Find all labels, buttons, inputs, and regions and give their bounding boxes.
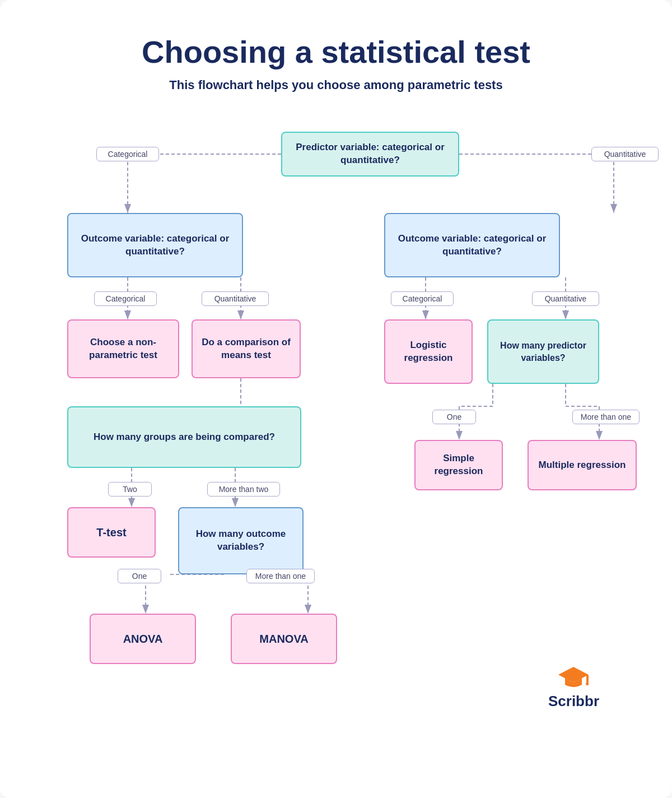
flowchart: Predictor variable: categorical or quant… [34,120,638,737]
label-more-than-two: More than two [207,482,280,497]
page: Choosing a statistical test This flowcha… [0,0,672,798]
scribbr-icon [558,664,589,690]
label-categorical-left-top: Categorical [96,147,159,161]
page-title: Choosing a statistical test [34,34,638,70]
page-subtitle: This flowchart helps you choose among pa… [34,78,638,92]
how-many-outcome-box: How many outcome variables? [178,507,304,574]
simple-regression-box: Simple regression [414,440,503,490]
label-more-than-one-left: More than one [246,569,315,583]
non-parametric-box: Choose a non-parametric test [67,319,179,378]
svg-point-33 [586,682,589,685]
label-categorical-right-mid: Categorical [391,291,454,306]
scribbr-logo: Scribbr [548,664,599,710]
anova-box: ANOVA [90,614,196,664]
comparison-means-box: Do a comparison of means test [192,319,301,378]
label-quantitative-right-mid: Quantitative [532,291,599,306]
outcome-left-box: Outcome variable: categorical or quantit… [67,213,243,277]
manova-box: MANOVA [231,614,337,664]
label-more-than-one-right: More than one [572,410,640,424]
how-many-groups-box: How many groups are being compared? [67,406,301,468]
label-quantitative-left-mid: Quantitative [202,291,269,306]
how-many-predictors-box: How many predictor variables? [487,319,599,384]
label-one-right: One [432,410,476,424]
t-test-box: T-test [67,507,156,558]
multiple-regression-box: Multiple regression [528,440,637,490]
label-categorical-left-mid: Categorical [94,291,157,306]
scribbr-name: Scribbr [548,693,599,710]
label-two: Two [108,482,152,497]
logistic-box: Logistic regression [384,319,473,384]
predictor-box: Predictor variable: categorical or quant… [281,132,459,177]
label-one-left: One [118,569,161,583]
outcome-right-box: Outcome variable: categorical or quantit… [384,213,560,277]
label-quantitative-right-top: Quantitative [591,147,659,161]
svg-rect-32 [586,675,589,683]
